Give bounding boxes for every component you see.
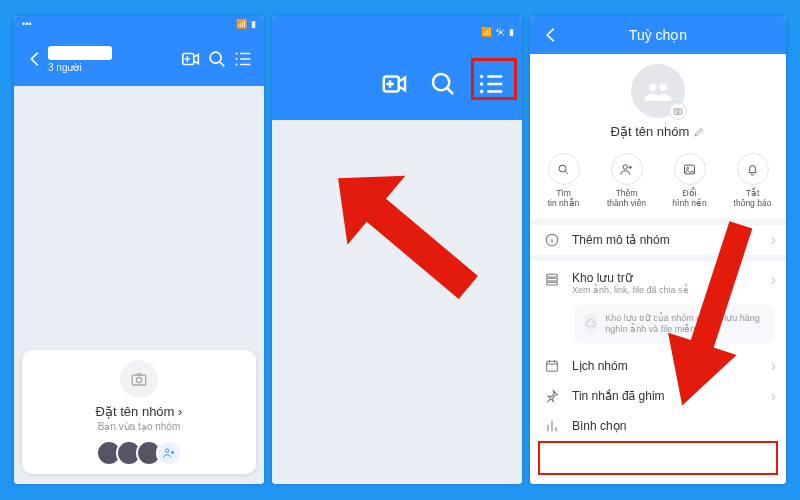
wifi-icon: ⏧ (496, 27, 505, 37)
cloud-icon (584, 313, 597, 335)
quick-add-member[interactable]: Thêm thành viên (595, 153, 658, 209)
group-avatar-block: Đặt tên nhóm (530, 54, 786, 147)
options-title: Tuỳ chọn (629, 27, 687, 43)
svg-point-16 (677, 110, 680, 113)
svg-point-20 (687, 167, 689, 169)
annotation-arrow (660, 220, 760, 420)
status-bar: 📶 ⏧ ▮ (272, 16, 522, 48)
video-add-icon[interactable] (178, 46, 204, 72)
svg-point-1 (210, 52, 221, 63)
quick-change-bg[interactable]: Đổi hình nền (658, 153, 721, 209)
group-avatar[interactable] (631, 64, 685, 118)
panel-2-header-zoom: 📶 ⏧ ▮ (272, 16, 522, 484)
svg-rect-24 (547, 282, 558, 285)
group-name-prompt[interactable]: Đặt tên nhóm › (30, 404, 248, 419)
battery-icon: ▮ (509, 27, 514, 37)
svg-point-3 (235, 58, 237, 60)
poll-icon (542, 418, 562, 434)
member-avatars (30, 440, 248, 466)
search-icon (548, 153, 580, 185)
annotation-arrow (332, 146, 482, 326)
svg-rect-22 (547, 274, 558, 277)
quick-search[interactable]: Tìm tin nhắn (532, 153, 595, 209)
signal-icon: 📶 (481, 27, 492, 37)
bell-icon (737, 153, 769, 185)
chat-title-area[interactable]: 3 người (48, 46, 178, 73)
options-header: Tuỳ chọn (530, 16, 786, 54)
svg-point-13 (649, 84, 657, 92)
group-name-row[interactable]: Đặt tên nhóm (611, 124, 706, 139)
panel-3-options: Tuỳ chọn Đặt tên nhóm Tìm tin nhắn Thêm (530, 16, 786, 484)
storage-icon (542, 271, 562, 287)
camera-icon[interactable] (120, 360, 158, 398)
group-name: Đặt tên nhóm (611, 124, 690, 139)
quick-actions: Tìm tin nhắn Thêm thành viên Đổi hình nề… (530, 147, 786, 219)
image-icon (674, 153, 706, 185)
chevron-right-icon: › (771, 271, 776, 289)
info-icon (542, 232, 562, 248)
svg-point-7 (166, 449, 170, 453)
pin-icon (542, 388, 562, 404)
video-add-icon[interactable] (378, 67, 412, 101)
chat-subtitle: 3 người (48, 62, 178, 73)
user-plus-icon (611, 153, 643, 185)
svg-rect-25 (547, 361, 558, 371)
svg-point-17 (559, 165, 566, 172)
chat-header: 3 người (14, 32, 264, 86)
svg-point-6 (136, 378, 141, 383)
svg-point-18 (623, 164, 627, 168)
chevron-right-icon: › (771, 231, 776, 249)
new-group-card[interactable]: Đặt tên nhóm › Bạn vừa tạo nhóm (22, 350, 256, 474)
highlight-box (471, 58, 517, 100)
calendar-icon (542, 358, 562, 374)
chevron-right-icon: › (771, 387, 776, 405)
svg-rect-23 (547, 278, 558, 281)
status-bar: ••• 📶▮ (14, 16, 264, 32)
svg-point-14 (660, 84, 668, 92)
svg-point-2 (235, 52, 237, 54)
add-member-icon[interactable] (156, 440, 182, 466)
svg-rect-5 (132, 375, 146, 385)
panel-1-chat: ••• 📶▮ 3 người đã tham gia nhóm (14, 16, 264, 484)
back-icon[interactable] (22, 46, 48, 72)
svg-point-4 (235, 63, 237, 65)
chat-body: đã tham gia nhóm Đặt tên nhóm › Bạn vừa … (14, 86, 264, 484)
quick-mute[interactable]: Tắt thông báo (721, 153, 784, 209)
menu-icon[interactable] (230, 46, 256, 72)
back-icon[interactable] (538, 22, 564, 48)
svg-rect-15 (674, 109, 682, 114)
options-body: Đặt tên nhóm Tìm tin nhắn Thêm thành viê… (530, 54, 786, 484)
highlight-box-poll (538, 441, 778, 475)
svg-point-9 (433, 74, 449, 90)
chevron-right-icon: › (771, 357, 776, 375)
edit-icon[interactable] (693, 126, 705, 138)
search-icon[interactable] (204, 46, 230, 72)
search-icon[interactable] (426, 67, 460, 101)
chat-title (48, 46, 112, 60)
group-sub: Bạn vừa tạo nhóm (30, 421, 248, 432)
camera-icon[interactable] (669, 102, 687, 120)
